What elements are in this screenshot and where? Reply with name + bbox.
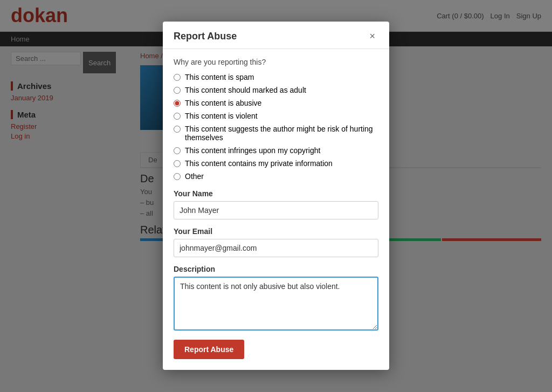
email-input[interactable] <box>174 239 378 257</box>
radio-opt3[interactable] <box>174 100 181 107</box>
modal-body: Why are you reporting this? This content… <box>163 49 389 370</box>
radio-opt6[interactable] <box>174 147 181 154</box>
email-label: Your Email <box>174 227 378 236</box>
radio-label-opt7: This content contains my private informa… <box>185 159 333 168</box>
name-label: Your Name <box>174 189 378 198</box>
radio-label-opt3: This content is abusive <box>185 99 261 107</box>
report-abuse-modal: Report Abuse × Why are you reporting thi… <box>163 22 389 370</box>
radio-opt2[interactable] <box>174 87 181 94</box>
email-field-group: Your Email <box>174 227 378 257</box>
radio-opt5[interactable] <box>174 126 181 133</box>
radio-item-4[interactable]: This content is violent <box>174 112 378 120</box>
radio-opt8[interactable] <box>174 173 181 180</box>
radio-label-opt4: This content is violent <box>185 112 258 120</box>
radio-label-opt2: This content should marked as adult <box>185 86 306 94</box>
modal-close-button[interactable]: × <box>366 30 378 42</box>
radio-label-opt5: This content suggests the author might b… <box>185 125 378 142</box>
name-input[interactable] <box>174 201 378 219</box>
radio-item-1[interactable]: This content is spam <box>174 73 378 81</box>
radio-item-8[interactable]: Other <box>174 172 378 181</box>
radio-opt4[interactable] <box>174 113 181 120</box>
radio-item-6[interactable]: This content infringes upon my copyright <box>174 146 378 155</box>
radio-item-3[interactable]: This content is abusive <box>174 99 378 107</box>
reason-radio-group: This content is spamThis content should … <box>174 73 378 181</box>
radio-opt7[interactable] <box>174 160 181 167</box>
radio-item-5[interactable]: This content suggests the author might b… <box>174 125 378 142</box>
why-text: Why are you reporting this? <box>174 58 378 66</box>
report-abuse-button[interactable]: Report Abuse <box>174 340 244 359</box>
radio-label-opt6: This content infringes upon my copyright <box>185 146 320 155</box>
description-field-group: Description <box>174 265 378 332</box>
modal-title: Report Abuse <box>174 31 237 42</box>
radio-item-7[interactable]: This content contains my private informa… <box>174 159 378 168</box>
modal-overlay: Report Abuse × Why are you reporting thi… <box>0 0 552 392</box>
name-field-group: Your Name <box>174 189 378 219</box>
radio-label-opt1: This content is spam <box>185 73 254 81</box>
radio-label-opt8: Other <box>185 172 204 181</box>
modal-header: Report Abuse × <box>163 22 389 49</box>
description-label: Description <box>174 265 378 273</box>
description-textarea[interactable] <box>174 277 378 331</box>
radio-item-2[interactable]: This content should marked as adult <box>174 86 378 94</box>
radio-opt1[interactable] <box>174 74 181 81</box>
